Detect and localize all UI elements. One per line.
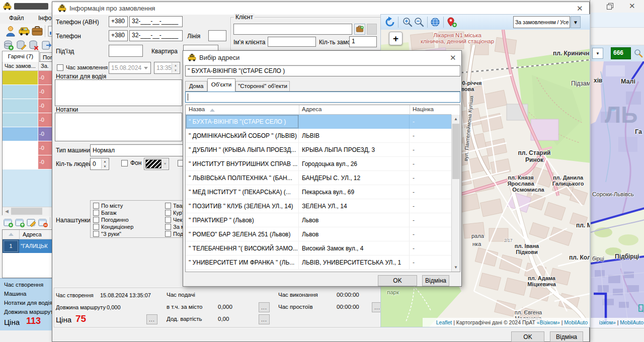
map-filter-select[interactable]: За замовленням / Усе bbox=[513, 16, 570, 28]
orders-hscrollbar[interactable]: ◀ bbox=[3, 207, 52, 215]
order-row[interactable]: -0 bbox=[3, 127, 52, 141]
client-extra-button[interactable] bbox=[367, 24, 377, 35]
tab-hot-orders[interactable]: Гарячі (7) bbox=[2, 51, 39, 62]
menu-info[interactable]: Інфо bbox=[38, 15, 52, 22]
phone-input[interactable]: 32-___-__-_____ bbox=[129, 30, 183, 41]
notes-textarea[interactable] bbox=[55, 113, 182, 141]
line-input[interactable] bbox=[208, 30, 226, 41]
map-add-pin-icon[interactable] bbox=[446, 17, 457, 29]
map-zoom-in-icon[interactable] bbox=[402, 17, 413, 29]
address-row[interactable]: " ПОЗИТИВ " КЛУБ (ЗЕЛЕНА УЛ., 14) ЗЕЛЕНА… bbox=[186, 199, 451, 213]
col-name[interactable]: Назва bbox=[189, 106, 205, 112]
car-type-select[interactable]: Нормал bbox=[90, 144, 183, 156]
order-row[interactable]: -0 bbox=[3, 71, 52, 85]
order-time-input[interactable]: 13:35 ▲▼ bbox=[154, 62, 180, 74]
col-markup[interactable]: Націнка bbox=[413, 106, 434, 112]
menu-file[interactable]: Файл bbox=[9, 15, 24, 22]
col-address[interactable]: Адреса bbox=[302, 106, 321, 112]
address-row[interactable]: " ДОМІНІКАНСЬКИЙ СОБОР " (ЛЬВІВ) ЛЬВІВ - bbox=[186, 129, 451, 143]
attribution-mobilauto-link[interactable]: MobilAuto bbox=[620, 319, 643, 325]
map-zoom-control[interactable]: + bbox=[389, 32, 403, 45]
mobilauto-link[interactable]: MobilAuto bbox=[564, 319, 588, 325]
address-table-vscrollbar[interactable]: ▲ ▼ bbox=[451, 115, 460, 272]
background-color-swatch[interactable]: ▼ bbox=[144, 158, 169, 170]
option-checkbox[interactable]: По місту bbox=[93, 202, 158, 209]
tab-objects[interactable]: Об'єкти bbox=[207, 78, 235, 92]
route-edit-icon[interactable] bbox=[26, 217, 37, 229]
address-row[interactable]: " БУХТА-ВІКІНГІВ "(СТАРЕ СЕЛО ) - bbox=[186, 115, 451, 129]
background-checkbox[interactable] bbox=[121, 160, 128, 166]
address-row[interactable]: " ТЕЛЕБАЧЕННЯ "( ВИСОКИЙ ЗАМО... Високий… bbox=[186, 241, 451, 255]
orders-col-z[interactable]: За. bbox=[41, 63, 49, 69]
date-dropdown-icon[interactable] bbox=[144, 67, 148, 69]
dialog-cancel-button[interactable]: Відміна bbox=[550, 331, 583, 342]
option-checkbox[interactable]: "З руки" bbox=[93, 230, 158, 237]
restore-window-icon[interactable] bbox=[607, 3, 613, 11]
order-date-select[interactable]: 15.08.2024 bbox=[109, 62, 151, 74]
address-cancel-button[interactable]: Відміна bbox=[422, 275, 449, 286]
order-row[interactable]: -0 bbox=[3, 85, 52, 99]
option-checkbox[interactable]: Багаж bbox=[93, 209, 158, 216]
phone-prefix[interactable]: +380 bbox=[109, 30, 128, 41]
sort-asc-icon[interactable] bbox=[9, 233, 14, 236]
orders-col-time[interactable]: Час замов... bbox=[5, 63, 36, 69]
leaflet-link[interactable]: Leaflet bbox=[436, 319, 452, 325]
close-window-icon[interactable]: ✕ bbox=[629, 2, 635, 11]
address-search-input[interactable] bbox=[185, 92, 460, 103]
order-count-input[interactable]: 1 bbox=[349, 36, 377, 47]
car-search-input[interactable]: 666 bbox=[611, 47, 631, 59]
client-add-button[interactable] bbox=[354, 24, 365, 35]
address-row[interactable]: " УНИВЕРСИТЕТ ИМ ФРАНКА " (ЛЬ... ЛЬВІВ, … bbox=[186, 255, 451, 270]
route-add-icon[interactable] bbox=[3, 217, 14, 229]
order-time-checkbox[interactable] bbox=[57, 64, 63, 71]
address-row[interactable]: " РОМЕО" БАР ЗЕЛЕНА 251 (Львов) Львов - bbox=[186, 227, 451, 241]
map-filter-dropdown-icon[interactable]: ▼ bbox=[571, 16, 581, 28]
address-row[interactable]: " МЕД ІНСТИТУТ " (ПЕКАРСЬКА) (... Пекарс… bbox=[186, 185, 451, 199]
client-icon[interactable] bbox=[5, 25, 17, 39]
db-move-icon[interactable] bbox=[41, 40, 52, 52]
order-row[interactable]: -0 bbox=[3, 141, 52, 155]
search-icon[interactable] bbox=[633, 48, 643, 60]
address-dialog-titlebar[interactable]: Вибір адреси ✕ bbox=[183, 51, 461, 64]
address-ok-button[interactable]: OK bbox=[378, 275, 417, 286]
address-dialog-close-icon[interactable]: ✕ bbox=[450, 53, 456, 62]
people-count-stepper[interactable]: 0 ▲▼ bbox=[90, 158, 109, 170]
address-row[interactable]: " ДУБЛИН " (КРЫВА ЛЫПА ПРОЕЗД... КРЫВА Л… bbox=[186, 143, 451, 157]
right-map[interactable]: ЛЬ хів Малі Га Сороки-Львівсь бірці Підб… bbox=[591, 61, 644, 328]
car-icon[interactable] bbox=[18, 25, 30, 39]
route-up-icon[interactable] bbox=[15, 217, 25, 229]
attribution-vizicom-link[interactable]: ізіком» bbox=[599, 319, 616, 325]
address-row[interactable]: " ЛЬВІВСЬКА ПОЛІТЕХНІКА " (БАН... БАНДЕР… bbox=[186, 171, 451, 185]
phone-avn-input[interactable]: 32-___-__-_____ bbox=[129, 16, 183, 27]
address-row[interactable]: " ИНСТИТУТ ВНУТРИШНИХ СПРАВ ... Городоць… bbox=[186, 157, 451, 171]
city-part-button[interactable]: ... bbox=[259, 302, 270, 312]
vizicom-link[interactable]: «Візіком» bbox=[537, 319, 560, 325]
briefcase-icon[interactable] bbox=[31, 25, 43, 39]
option-checkbox[interactable]: Кондиціонер bbox=[93, 223, 158, 230]
order-row[interactable]: -0 bbox=[3, 99, 52, 113]
tab-houses[interactable]: Дома bbox=[185, 81, 207, 92]
price-button[interactable]: ... bbox=[146, 314, 157, 324]
entrance-input[interactable] bbox=[109, 45, 143, 57]
route-del-icon[interactable] bbox=[38, 217, 48, 229]
order-dialog-titlebar[interactable]: Інформація про замовлення ✕ bbox=[52, 2, 589, 15]
client-name-input[interactable] bbox=[268, 37, 316, 47]
order-row[interactable]: -0 bbox=[3, 113, 52, 127]
order-row[interactable]: -0 bbox=[3, 155, 52, 169]
route-row[interactable]: 1 "ГАЛИЦЬК bbox=[3, 239, 52, 253]
extra-cost-button[interactable]: ... bbox=[259, 314, 270, 324]
tab-external-objects[interactable]: "Сторонні" об'екти bbox=[235, 81, 290, 92]
option-checkbox[interactable]: Погодинно bbox=[93, 216, 158, 223]
map-globe-icon[interactable] bbox=[430, 17, 441, 29]
address-dropdown-button[interactable]: ▼ bbox=[592, 48, 603, 59]
driver-notes-textarea[interactable] bbox=[55, 79, 182, 106]
client-input[interactable] bbox=[233, 24, 352, 35]
address-value-field[interactable]: " БУХТА-ВІКІНГІВ "(СТАРЕ СЕЛО ) bbox=[185, 65, 460, 76]
map-refresh-icon[interactable] bbox=[384, 17, 395, 29]
map-zoom-out-icon[interactable] bbox=[414, 17, 425, 29]
order-dialog-close-icon[interactable]: ✕ bbox=[577, 4, 583, 13]
route-col-address[interactable]: Адреса bbox=[23, 231, 42, 237]
dialog-ok-button[interactable]: OK bbox=[511, 331, 544, 342]
address-row[interactable]: " ПРАКТИКЕР " (Львов) Львов - bbox=[186, 213, 451, 227]
phone-avn-prefix[interactable]: +380 bbox=[109, 16, 128, 27]
